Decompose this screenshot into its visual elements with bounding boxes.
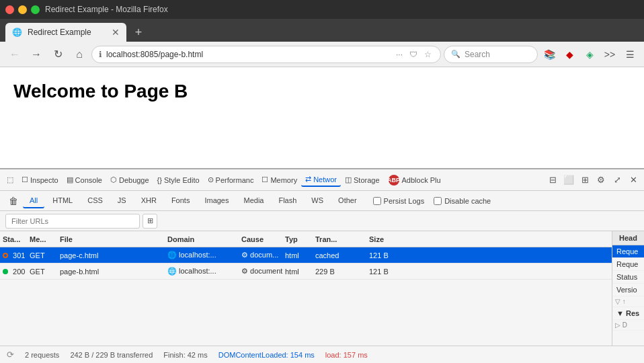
- home-button[interactable]: ⌂: [70, 45, 89, 64]
- devtools-performance[interactable]: ⊙ Performanc: [204, 173, 258, 186]
- tab-close-button[interactable]: ✕: [112, 27, 120, 38]
- search-icon: 🔍: [451, 50, 460, 58]
- status-reload-icon[interactable]: ⟳: [7, 350, 14, 360]
- col-header-cause: Cause: [241, 235, 285, 243]
- back-button[interactable]: ←: [5, 45, 24, 64]
- search-placeholder: Search: [465, 50, 490, 59]
- address-text: localhost:8085/page-b.html: [106, 50, 390, 59]
- minimize-button[interactable]: [18, 5, 27, 14]
- devtools-inspector[interactable]: ☐ Inspecto: [17, 173, 63, 186]
- devtools-close-icon[interactable]: ✕: [625, 172, 641, 188]
- col-header-transfer: Tran...: [315, 235, 369, 243]
- net-tab-other[interactable]: Other: [331, 194, 364, 208]
- persist-logs-checkbox[interactable]: [373, 197, 381, 205]
- bookmarks-button[interactable]: 📚: [540, 46, 558, 63]
- right-panel-subitem-up[interactable]: ▽ ↑: [612, 296, 644, 307]
- filter-urls-input[interactable]: [5, 214, 140, 229]
- address-more-button[interactable]: ···: [394, 50, 405, 59]
- network-row[interactable]: 200 GET page-b.html 🌐 localhost:... ⚙ do…: [0, 264, 612, 280]
- tab-favicon: 🌐: [12, 28, 22, 37]
- storage-icon: ◫: [345, 175, 352, 184]
- forward-button[interactable]: →: [27, 45, 46, 64]
- devtools-split-icon[interactable]: ⬜: [561, 172, 577, 188]
- window-controls[interactable]: [5, 5, 40, 14]
- console-label: Console: [75, 176, 102, 184]
- debugger-label: Debugge: [119, 176, 149, 184]
- address-bookmark-button[interactable]: 🛡: [407, 50, 419, 59]
- net-tab-fonts[interactable]: Fonts: [165, 194, 197, 208]
- network-icon: ⇄: [305, 175, 311, 184]
- disable-cache-checkbox[interactable]: [434, 197, 442, 205]
- new-tab-button[interactable]: +: [129, 23, 148, 42]
- menu-button[interactable]: ☰: [621, 46, 639, 63]
- disable-cache-label: Disable cache: [444, 197, 491, 205]
- overflow-button[interactable]: >>: [601, 46, 618, 63]
- transferred-size: 242 B / 229 B transferred: [70, 351, 153, 359]
- devtools-main: Sta... Me... File Domain Cause Typ Tran.…: [0, 231, 644, 346]
- devtools-style-editor[interactable]: {} Style Edito: [153, 174, 204, 186]
- row2-method: GET: [30, 268, 60, 276]
- net-tab-flash[interactable]: Flash: [272, 194, 303, 208]
- devtools-settings-icon[interactable]: ⚙: [593, 172, 609, 188]
- col-header-size: Size: [369, 235, 406, 243]
- adblock-label: Adblock Plu: [402, 176, 441, 184]
- right-panel-subitem-d[interactable]: ▷ D: [612, 320, 644, 331]
- statusbar: ⟳ 2 requests 242 B / 229 B transferred F…: [0, 346, 644, 363]
- addon2-button[interactable]: ◈: [581, 46, 598, 63]
- right-panel-item-reque1[interactable]: Reque: [612, 245, 644, 258]
- addon1-button[interactable]: ◆: [561, 46, 578, 63]
- net-tab-images[interactable]: Images: [198, 194, 235, 208]
- filter-options-button[interactable]: ⊞: [143, 214, 157, 229]
- col-header-file: File: [60, 235, 167, 243]
- performance-icon: ⊙: [208, 175, 214, 184]
- right-panel-item-version[interactable]: Versio: [612, 284, 644, 296]
- devtools-toolbar: ⬚ ☐ Inspecto ▤ Console ⬡ Debugge {} Styl…: [0, 169, 644, 191]
- persist-logs-label: Persist Logs: [384, 197, 425, 205]
- devtools: ⬚ ☐ Inspecto ▤ Console ⬡ Debugge {} Styl…: [0, 168, 644, 346]
- net-tab-media[interactable]: Media: [237, 194, 270, 208]
- devtools-tile-icon[interactable]: ⊞: [577, 172, 593, 188]
- row2-domain: 🌐 localhost:...: [167, 267, 241, 276]
- finish-time: Finish: 42 ms: [163, 351, 207, 359]
- devtools-adblock[interactable]: ABP Adblock Plu: [384, 173, 445, 188]
- titlebar-title: Redirect Example - Mozilla Firefox: [45, 5, 168, 14]
- browser-tab[interactable]: 🌐 Redirect Example ✕: [5, 23, 126, 42]
- dom-content-loaded: DOMContentLoaded: 154 ms: [218, 351, 315, 359]
- row1-method: GET: [30, 251, 60, 259]
- address-bar[interactable]: ℹ localhost:8085/page-b.html ··· 🛡 ☆: [91, 46, 441, 63]
- right-panel-item-status[interactable]: Status: [612, 271, 644, 284]
- requests-count: 2 requests: [25, 351, 59, 359]
- row2-cause: ⚙ document: [241, 267, 285, 276]
- devtools-console[interactable]: ▤ Console: [63, 173, 106, 186]
- devtools-storage[interactable]: ◫ Storage: [341, 173, 384, 186]
- devtools-memory[interactable]: ☐ Memory: [257, 173, 301, 186]
- search-bar[interactable]: 🔍 Search: [444, 46, 538, 63]
- right-panel-item-reque2[interactable]: Reque: [612, 258, 644, 271]
- right-panel-item-res[interactable]: ▼ Res: [612, 307, 644, 320]
- titlebar: Redirect Example - Mozilla Firefox: [0, 0, 644, 19]
- devtools-debugger[interactable]: ⬡ Debugge: [106, 173, 153, 186]
- devtools-pick-element[interactable]: ⬚: [3, 173, 17, 186]
- network-row[interactable]: 301 GET page-c.html 🌐 localhost:... ⚙ do…: [0, 247, 612, 264]
- reload-button[interactable]: ↻: [48, 45, 67, 64]
- net-tab-css[interactable]: CSS: [81, 194, 110, 208]
- net-tab-ws[interactable]: WS: [305, 194, 330, 208]
- net-tab-html[interactable]: HTML: [46, 194, 79, 208]
- inspector-label: Inspecto: [30, 176, 58, 184]
- devtools-popout-icon[interactable]: ⤢: [609, 172, 625, 188]
- address-star-button[interactable]: ☆: [422, 50, 434, 59]
- net-tab-js[interactable]: JS: [111, 194, 133, 208]
- clear-network-button[interactable]: 🗑: [5, 193, 22, 209]
- net-tab-xhr[interactable]: XHR: [134, 194, 163, 208]
- devtools-network[interactable]: ⇄ Networ: [301, 173, 341, 187]
- net-tab-all[interactable]: All: [23, 194, 44, 208]
- maximize-button[interactable]: [31, 5, 40, 14]
- page-heading: Welcome to Page B: [13, 81, 631, 102]
- network-main-panel: Sta... Me... File Domain Cause Typ Tran.…: [0, 231, 612, 346]
- col-header-method: Me...: [30, 235, 60, 243]
- network-tabs: 🗑 All HTML CSS JS XHR Fonts Images Media…: [0, 191, 644, 211]
- adblock-icon: ABP: [389, 175, 399, 186]
- console-icon: ▤: [67, 175, 73, 184]
- close-button[interactable]: [5, 5, 14, 14]
- devtools-responsive-icon[interactable]: ⊟: [545, 172, 561, 188]
